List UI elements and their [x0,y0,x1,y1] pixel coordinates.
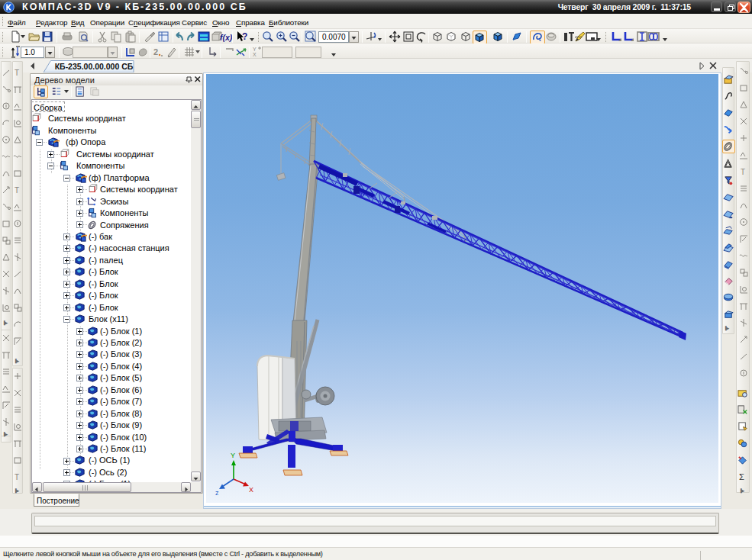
svg-text:?: ? [242,31,247,42]
svg-text:T: T [15,473,19,481]
svg-text:X: X [249,486,253,494]
svg-text:T: T [15,69,19,77]
svg-text:Σ: Σ [739,472,744,481]
svg-text:Y: Y [253,47,257,52]
svg-text:z: z [215,489,219,497]
svg-text:2: 2 [153,47,158,56]
svg-text:T: T [15,186,19,195]
svg-text:Y: Y [231,452,235,459]
svg-text:X: X [253,52,257,57]
svg-text:T: T [741,168,745,176]
